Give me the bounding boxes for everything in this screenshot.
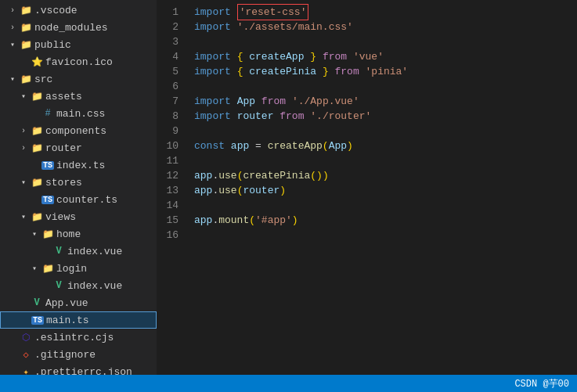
code-lines[interactable]: import 'reset-css' import './assets/main… (188, 3, 577, 372)
sidebar-item-label: assets (45, 91, 82, 102)
folder-icon: 📁 (30, 125, 44, 137)
vue-icon: V (52, 246, 66, 257)
chevron-icon (17, 212, 30, 221)
chevron-icon (17, 92, 30, 101)
ts-icon: TS (31, 315, 45, 325)
sidebar-item-label: App.vue (45, 297, 88, 309)
folder-icon: 📁 (30, 91, 44, 102)
sidebar-item-label: login (56, 263, 87, 275)
sidebar-item-assets[interactable]: 📁 assets (0, 88, 157, 105)
code-editor: 1 2 3 4 5 6 7 8 9 10 11 12 13 14 15 16 (157, 0, 577, 375)
sidebar-item-label: main.css (56, 108, 105, 120)
code-line-13: app.use(router) (194, 183, 577, 198)
folder-icon: 📁 (30, 177, 44, 189)
chevron-icon (6, 74, 19, 84)
sidebar-item-main-css[interactable]: # main.css (0, 105, 157, 122)
sidebar-item-label: .eslintrc.cjs (34, 332, 114, 343)
code-line-6 (194, 79, 577, 94)
sidebar-item-views[interactable]: 📁 views (0, 208, 157, 225)
sidebar-item-label: main.ts (46, 315, 89, 326)
chevron-icon (28, 229, 41, 239)
sidebar-item-label: home (56, 228, 81, 240)
code-line-1: import 'reset-css' (194, 5, 577, 20)
folder-icon: 📁 (30, 211, 44, 223)
sidebar-item-label: counter.ts (56, 194, 117, 206)
sidebar-item-label: index.vue (67, 280, 122, 292)
sidebar-item-label: favicon.ico (45, 56, 113, 68)
sidebar-item-eslintrc[interactable]: ⬡ .eslintrc.cjs (0, 329, 157, 346)
sidebar-item-login-index-vue[interactable]: V index.vue (0, 277, 157, 294)
ts-icon: TS (41, 194, 55, 205)
folder-icon: 📁 (19, 39, 33, 51)
sidebar-item-label: .vscode (34, 5, 78, 16)
sidebar-item-label: index.vue (67, 246, 122, 257)
git-icon: ◇ (19, 349, 33, 361)
sidebar-item-label: index.ts (56, 160, 105, 171)
sidebar-item-gitignore[interactable]: ◇ .gitignore (0, 346, 157, 363)
sidebar-item-counter-ts[interactable]: TS counter.ts (0, 191, 157, 208)
chevron-icon (17, 127, 30, 135)
code-line-15: app.mount('#app') (194, 213, 577, 228)
code-line-4: import { createApp } from 'vue' (194, 49, 577, 64)
ts-icon: TS (41, 160, 55, 171)
sidebar-item-label: router (45, 142, 82, 154)
sidebar-item-label: views (45, 211, 76, 223)
code-line-11 (194, 153, 577, 168)
chevron-icon (6, 6, 19, 15)
vue-icon: V (52, 280, 66, 291)
sidebar-item-login[interactable]: 📁 login (0, 260, 157, 277)
status-right-text: CSDN @芋00 (514, 377, 569, 390)
sidebar-item-label: .gitignore (34, 349, 96, 361)
sidebar-item-router[interactable]: 📁 router (0, 139, 157, 156)
sidebar-item-label: node_modules (34, 22, 108, 34)
folder-icon: 📁 (41, 228, 55, 240)
sidebar-item-main-ts[interactable]: TS main.ts (0, 311, 157, 329)
chevron-icon (28, 264, 41, 273)
code-line-8: import router from './router' (194, 109, 577, 124)
chevron-icon (6, 23, 19, 32)
sidebar-item-node-modules[interactable]: 📁 node_modules (0, 19, 157, 36)
folder-icon: 📁 (41, 263, 55, 275)
chevron-icon (6, 40, 19, 49)
sidebar-item-home[interactable]: 📁 home (0, 225, 157, 243)
code-line-9 (194, 124, 577, 138)
status-bar: CSDN @芋00 (0, 375, 577, 392)
prettier-icon: ✦ (19, 366, 33, 376)
vue-icon: V (30, 297, 44, 308)
editor-content: 1 2 3 4 5 6 7 8 9 10 11 12 13 14 15 16 (157, 0, 577, 375)
sidebar-item-label: public (34, 39, 71, 51)
sidebar-item-label: components (45, 125, 106, 137)
code-line-2: import './assets/main.css' (194, 20, 577, 34)
code-line-12: app.use(createPinia()) (194, 168, 577, 183)
eslint-icon: ⬡ (19, 332, 33, 343)
sidebar-item-prettierrc[interactable]: ✦ .prettierrc.json (0, 363, 157, 375)
code-line-5: import { createPinia } from 'pinia' (194, 64, 577, 79)
sidebar-item-stores[interactable]: 📁 stores (0, 174, 157, 191)
folder-icon: 📁 (30, 142, 44, 154)
folder-icon: 📁 (19, 5, 33, 16)
code-line-10: const app = createApp(App) (194, 138, 577, 153)
folder-icon: 📁 (19, 74, 33, 85)
sidebar-item-home-index-vue[interactable]: V index.vue (0, 243, 157, 260)
code-line-16 (194, 228, 577, 243)
css-icon: # (41, 108, 55, 119)
sidebar-item-label: .prettierrc.json (34, 366, 132, 376)
chevron-icon (17, 144, 30, 153)
sidebar-item-components[interactable]: 📁 components (0, 122, 157, 139)
sidebar-item-public[interactable]: 📁 public (0, 36, 157, 53)
code-line-14 (194, 198, 577, 213)
sidebar-item-src[interactable]: 📁 src (0, 70, 157, 88)
chevron-icon (17, 178, 30, 187)
code-line-3 (194, 34, 577, 49)
favicon-icon: ⭐ (30, 56, 44, 68)
sidebar-item-app-vue[interactable]: V App.vue (0, 294, 157, 311)
sidebar-item-vscode[interactable]: 📁 .vscode (0, 2, 157, 19)
line-numbers: 1 2 3 4 5 6 7 8 9 10 11 12 13 14 15 16 (157, 3, 188, 372)
sidebar-item-router-index-ts[interactable]: TS index.ts (0, 156, 157, 174)
sidebar-item-label: stores (45, 177, 82, 189)
code-line-7: import App from './App.vue' (194, 94, 577, 109)
sidebar-item-favicon[interactable]: ⭐ favicon.ico (0, 53, 157, 70)
file-explorer[interactable]: 📁 .vscode 📁 node_modules 📁 public ⭐ favi… (0, 0, 157, 375)
folder-icon: 📁 (19, 22, 33, 34)
sidebar-item-label: src (34, 74, 52, 85)
